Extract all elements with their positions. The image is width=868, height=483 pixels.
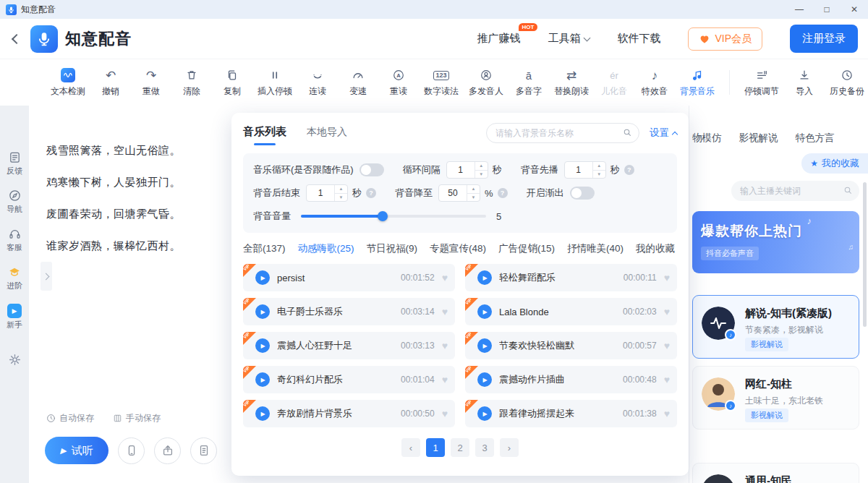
tool-erhua[interactable]: ér 儿化音 xyxy=(599,67,629,98)
category-festival[interactable]: 节日祝福(9) xyxy=(367,242,418,255)
favorite-heart-icon[interactable]: ♥ xyxy=(664,306,670,317)
music-item[interactable]: VIP ▶ persist 00:01:52 ♥ xyxy=(243,264,455,291)
listen-button[interactable]: ▶ 试听 xyxy=(45,437,109,464)
tail-input[interactable] xyxy=(307,185,334,201)
voice-tag[interactable]: 影视解说 xyxy=(745,409,788,422)
play-button[interactable]: ▶ xyxy=(477,270,492,285)
interval-input[interactable] xyxy=(447,162,475,178)
tool-copy[interactable]: 复制 xyxy=(217,67,247,98)
category-lyrical[interactable]: 抒情唯美(40) xyxy=(567,242,624,255)
tool-import[interactable]: 导入 xyxy=(789,67,820,98)
category-favorites[interactable]: 我的收藏 xyxy=(636,242,675,255)
stepper-arrows[interactable]: ▲▼ xyxy=(334,185,347,201)
mobile-preview-button[interactable] xyxy=(118,437,145,464)
play-button[interactable]: ▶ xyxy=(477,304,492,319)
favorite-heart-icon[interactable]: ♥ xyxy=(664,340,670,351)
play-button[interactable]: ▶ xyxy=(255,304,270,319)
tool-history-backup[interactable]: 历史备份 xyxy=(830,67,864,98)
voice-card[interactable]: ♪ 解说-知韦(紧凑版) 节奏紧凑，影视解说 影视解说 xyxy=(692,295,859,359)
settings-button[interactable] xyxy=(8,353,22,367)
download-link[interactable]: 软件下载 xyxy=(617,32,660,46)
category-dynamic[interactable]: 动感嗨歌(25) xyxy=(298,242,354,255)
music-item[interactable]: VIP ▶ 奔放剧情片背景乐 00:00:50 ♥ xyxy=(243,400,455,427)
tool-bg-music[interactable]: 背景音乐 xyxy=(680,67,715,98)
play-button[interactable]: ▶ xyxy=(477,372,492,387)
music-item[interactable]: VIP ▶ 轻松舞蹈配乐 00:00:11 ♥ xyxy=(465,264,677,291)
speaker-category[interactable]: 特色方言 xyxy=(796,132,835,145)
sidebar-item-support[interactable]: 客服 xyxy=(7,227,22,253)
stepper-arrows[interactable]: ▲▼ xyxy=(475,162,488,178)
play-button[interactable]: ▶ xyxy=(255,338,270,353)
category-special[interactable]: 专题宣传(48) xyxy=(430,242,486,255)
close-button[interactable]: ✕ xyxy=(841,0,868,19)
tail-stepper[interactable]: ▲▼ xyxy=(306,184,348,202)
sidebar-item-feedback[interactable]: 反馈 xyxy=(7,150,22,176)
music-item[interactable]: VIP ▶ 震撼人心狂野十足 00:03:13 ♥ xyxy=(243,332,455,359)
minimize-button[interactable]: — xyxy=(786,0,813,19)
favorite-heart-icon[interactable]: ♥ xyxy=(442,272,448,283)
login-button[interactable]: 注册登录 xyxy=(790,25,858,53)
favorite-heart-icon[interactable]: ♥ xyxy=(442,374,448,385)
help-icon[interactable]: ? xyxy=(498,188,508,198)
tool-stress[interactable]: A 重读 xyxy=(383,67,414,98)
play-button[interactable]: ▶ xyxy=(477,338,492,353)
music-item[interactable]: VIP ▶ 跟着律动摇摆起来 00:01:38 ♥ xyxy=(465,400,677,427)
tool-clear[interactable]: 清除 xyxy=(176,67,207,98)
voice-card[interactable]: ♪ 网红-知柱 土味十足，东北老铁 影视解说 xyxy=(692,366,859,429)
interval-stepper[interactable]: ▲▼ xyxy=(446,161,488,179)
promo-link[interactable]: 推广赚钱 HOT xyxy=(477,32,520,46)
fadeout-toggle[interactable] xyxy=(570,187,595,200)
speaker-search-input[interactable] xyxy=(731,181,859,201)
stepper-arrows[interactable]: ▲▼ xyxy=(467,185,480,201)
page-button-3[interactable]: 3 xyxy=(475,438,494,457)
favorite-heart-icon[interactable]: ♥ xyxy=(442,408,448,419)
maximize-button[interactable]: □ xyxy=(813,0,841,19)
music-loop-toggle[interactable] xyxy=(359,163,384,176)
sidebar-item-beginner[interactable]: ▶ 新手 xyxy=(7,304,22,330)
favorite-heart-icon[interactable]: ♥ xyxy=(664,374,670,385)
tool-replace-reading[interactable]: ⇄ 替换朗读 xyxy=(554,67,589,98)
music-item[interactable]: VIP ▶ 节奏欢快轻松幽默 00:00:57 ♥ xyxy=(465,332,677,359)
autosave-option[interactable]: 自动保存 xyxy=(46,412,94,424)
music-item[interactable]: VIP ▶ Lala Blonde 00:02:03 ♥ xyxy=(465,298,677,325)
tool-text-check[interactable]: 文本检测 xyxy=(51,67,85,98)
speaker-category[interactable]: 物模仿 xyxy=(692,132,722,145)
tool-insert-pause[interactable]: 插入停顿 xyxy=(258,67,292,98)
volume-slider[interactable] xyxy=(301,215,486,218)
prev-page-button[interactable]: ‹ xyxy=(401,438,420,457)
play-button[interactable]: ▶ xyxy=(255,270,270,285)
voice-card[interactable]: ♪ 通用-知民 xyxy=(692,463,859,483)
tool-number-reading[interactable]: 123 数字读法 xyxy=(424,67,459,98)
category-ad[interactable]: 广告促销(15) xyxy=(498,242,555,255)
toolbox-menu[interactable]: 工具箱 xyxy=(548,32,590,46)
music-item[interactable]: VIP ▶ 电子爵士乐器乐 00:03:14 ♥ xyxy=(243,298,455,325)
category-all[interactable]: 全部(137) xyxy=(243,242,286,255)
tool-sound-effect[interactable]: ♪ 特效音 xyxy=(639,67,670,98)
help-icon[interactable]: ? xyxy=(624,165,634,175)
lead-input[interactable] xyxy=(565,162,592,178)
tab-local-import[interactable]: 本地导入 xyxy=(307,126,347,145)
my-favorites-button[interactable]: ★ 我的收藏 xyxy=(801,153,868,174)
tool-speed[interactable]: 变速 xyxy=(343,67,373,98)
duck-stepper[interactable]: ▲▼ xyxy=(438,184,480,202)
back-icon[interactable] xyxy=(12,33,22,43)
tool-pause-adjust[interactable]: 停顿调节 xyxy=(744,67,779,98)
scrollbar-thumb[interactable] xyxy=(863,182,867,327)
help-icon[interactable]: ? xyxy=(366,188,376,198)
tool-multi-speaker[interactable]: 多发音人 xyxy=(469,67,503,98)
favorite-heart-icon[interactable]: ♥ xyxy=(664,272,670,283)
music-item[interactable]: VIP ▶ 奇幻科幻片配乐 00:01:04 ♥ xyxy=(243,366,455,393)
favorite-heart-icon[interactable]: ♥ xyxy=(442,340,448,351)
document-button[interactable] xyxy=(190,437,217,464)
favorite-heart-icon[interactable]: ♥ xyxy=(664,408,670,419)
page-button-2[interactable]: 2 xyxy=(451,438,469,457)
export-button[interactable] xyxy=(154,437,181,464)
page-button-1[interactable]: 1 xyxy=(426,438,445,457)
manual-save-option[interactable]: 手动保存 xyxy=(113,412,161,424)
duck-input[interactable] xyxy=(439,185,467,201)
slider-knob[interactable] xyxy=(378,211,388,221)
vip-button[interactable]: VIP会员 xyxy=(688,27,762,51)
panel-expander[interactable] xyxy=(41,262,52,291)
favorite-heart-icon[interactable]: ♥ xyxy=(442,306,448,317)
stepper-arrows[interactable]: ▲▼ xyxy=(592,162,605,178)
